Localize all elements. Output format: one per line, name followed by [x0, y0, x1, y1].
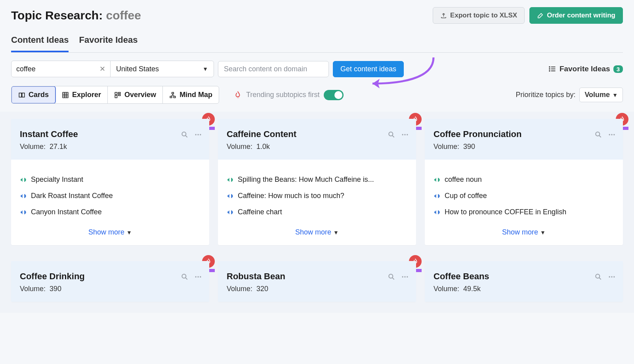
- card-more-icon[interactable]: [401, 273, 409, 283]
- megaphone-icon: [433, 192, 441, 202]
- svg-point-33: [596, 132, 600, 136]
- show-more-link[interactable]: Show more ▼: [295, 228, 339, 236]
- trending-toggle[interactable]: [324, 90, 344, 100]
- show-more-link[interactable]: Show more ▼: [88, 228, 132, 236]
- svg-point-35: [609, 134, 610, 135]
- card-header: Robusta BeanVolume: 320: [218, 261, 416, 302]
- svg-rect-19: [174, 96, 176, 98]
- svg-rect-8: [63, 92, 68, 98]
- svg-point-27: [200, 134, 201, 135]
- idea-row[interactable]: Spilling the Beans: How Much Caffeine is…: [227, 175, 407, 185]
- svg-point-48: [596, 274, 600, 278]
- idea-text: Canyon Instant Coffee: [31, 208, 102, 216]
- card-header: Caffeine ContentVolume: 1.0k: [218, 119, 416, 160]
- page-title: Topic Research: coffee: [11, 9, 141, 22]
- card-search-icon[interactable]: [388, 273, 395, 283]
- show-more-link[interactable]: Show more ▼: [502, 228, 546, 236]
- svg-rect-15: [118, 94, 120, 95]
- page-title-term: coffee: [106, 9, 141, 22]
- tab-favorite-ideas[interactable]: Favorite Ideas: [79, 35, 137, 52]
- favorite-count-badge: 3: [613, 65, 623, 73]
- card-search-icon[interactable]: [181, 131, 189, 141]
- clear-topic-icon[interactable]: ✕: [99, 65, 105, 73]
- page-title-prefix: Topic Research:: [11, 9, 103, 22]
- card-volume: Volume: 49.5k: [433, 285, 614, 293]
- view-tab-mindmap[interactable]: Mind Map: [163, 86, 219, 103]
- topic-country-group: coffee ✕ United States ▼: [11, 61, 214, 77]
- topic-card[interactable]: Coffee BeansVolume: 49.5k: [425, 261, 623, 302]
- card-title: Coffee Drinking: [20, 271, 201, 282]
- main-tabs: Content Ideas Favorite Ideas: [11, 35, 623, 53]
- idea-row[interactable]: Dark Roast Instant Coffee: [20, 192, 201, 202]
- card-search-icon[interactable]: [594, 273, 602, 283]
- prioritize-group: Prioritize topics by: Volume ▼: [516, 88, 623, 102]
- topic-card[interactable]: Instant CoffeeVolume: 27.1kSpecialty Ins…: [11, 119, 209, 245]
- card-search-icon[interactable]: [388, 131, 395, 141]
- view-tab-overview[interactable]: Overview: [108, 86, 163, 103]
- view-tab-cards[interactable]: Cards: [11, 86, 56, 104]
- tab-content-ideas[interactable]: Content Ideas: [11, 35, 69, 52]
- card-volume: Volume: 1.0k: [227, 143, 407, 151]
- domain-search-input[interactable]: Search content on domain: [218, 61, 329, 77]
- card-search-icon[interactable]: [594, 131, 602, 141]
- megaphone-icon: [20, 209, 27, 218]
- svg-point-52: [613, 276, 615, 277]
- idea-row[interactable]: How to pronounce COFFEE in English: [433, 208, 614, 218]
- flame-icon: [233, 91, 242, 99]
- megaphone-icon: [433, 176, 441, 185]
- view-tab-explorer[interactable]: Explorer: [55, 86, 108, 103]
- idea-text: Specialty Instant: [31, 175, 83, 184]
- idea-row[interactable]: Caffeine: How much is too much?: [227, 192, 407, 202]
- topic-card[interactable]: Coffee DrinkingVolume: 390: [11, 261, 209, 302]
- topic-input[interactable]: coffee ✕: [11, 61, 111, 77]
- svg-point-4: [549, 69, 550, 69]
- idea-row[interactable]: Cup of coffee: [433, 192, 614, 202]
- megaphone-icon: [20, 192, 27, 202]
- svg-rect-14: [118, 92, 120, 93]
- svg-point-30: [402, 134, 403, 135]
- grid-icon: [62, 91, 69, 99]
- svg-line-24: [185, 135, 187, 137]
- svg-rect-18: [170, 96, 172, 98]
- chevron-down-icon: ▼: [202, 66, 208, 72]
- svg-point-3: [549, 67, 550, 67]
- svg-line-49: [599, 278, 601, 280]
- card-header: Coffee DrinkingVolume: 390: [11, 261, 209, 302]
- svg-point-40: [195, 276, 197, 277]
- prioritize-select[interactable]: Volume ▼: [579, 88, 623, 102]
- svg-point-42: [200, 276, 201, 277]
- topic-card[interactable]: Robusta BeanVolume: 320: [218, 261, 416, 302]
- idea-row[interactable]: Canyon Instant Coffee: [20, 208, 201, 218]
- order-content-button[interactable]: Order content writing: [529, 7, 623, 24]
- card-more-icon[interactable]: [401, 131, 409, 141]
- get-content-ideas-button[interactable]: Get content ideas: [333, 61, 404, 77]
- card-search-icon[interactable]: [181, 273, 189, 283]
- idea-text: Caffeine chart: [238, 208, 282, 216]
- card-title: Coffee Pronunciation: [433, 129, 614, 139]
- card-more-icon[interactable]: [608, 273, 616, 283]
- idea-text: Caffeine: How much is too much?: [238, 192, 344, 200]
- card-header: Coffee BeansVolume: 49.5k: [425, 261, 623, 302]
- megaphone-icon: [20, 176, 27, 185]
- card-more-icon[interactable]: [194, 273, 202, 283]
- svg-rect-13: [115, 92, 117, 94]
- idea-row[interactable]: coffee noun: [433, 175, 614, 185]
- svg-rect-7: [22, 93, 25, 97]
- country-select[interactable]: United States ▼: [111, 61, 214, 77]
- topic-card[interactable]: Coffee PronunciationVolume: 390coffee no…: [425, 119, 623, 245]
- upload-icon: [440, 12, 447, 19]
- header: Topic Research: coffee Export topic to X…: [11, 7, 623, 24]
- chevron-down-icon: ▼: [612, 92, 618, 98]
- card-more-icon[interactable]: [194, 131, 202, 141]
- svg-point-38: [182, 274, 186, 278]
- card-header: Instant CoffeeVolume: 27.1k: [11, 119, 209, 160]
- svg-rect-6: [19, 93, 21, 97]
- topic-card[interactable]: Caffeine ContentVolume: 1.0kSpilling the…: [218, 119, 416, 245]
- mindmap-icon: [169, 91, 176, 99]
- card-more-icon[interactable]: [608, 131, 616, 141]
- favorite-ideas-link[interactable]: Favorite Ideas 3: [548, 65, 623, 73]
- megaphone-icon: [227, 176, 234, 185]
- idea-row[interactable]: Specialty Instant: [20, 175, 201, 185]
- idea-row[interactable]: Caffeine chart: [227, 208, 407, 218]
- export-button[interactable]: Export topic to XLSX: [433, 7, 525, 24]
